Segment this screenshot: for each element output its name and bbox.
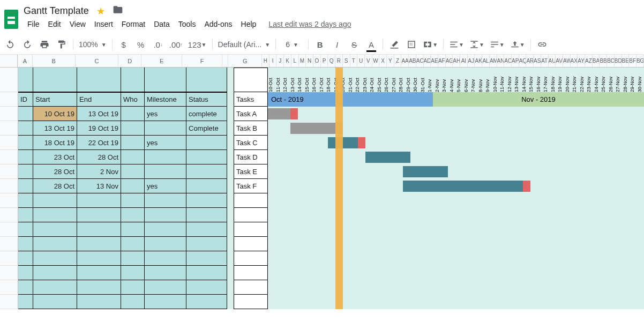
cell-who[interactable] <box>121 121 145 136</box>
cell-empty[interactable] <box>186 193 227 208</box>
col-header-AB[interactable]: AB <box>409 55 416 67</box>
cell-empty[interactable] <box>234 222 268 237</box>
row-header[interactable] <box>0 280 18 295</box>
col-header-BE[interactable]: BE <box>622 55 630 67</box>
col-header-BG[interactable]: BG <box>636 55 644 67</box>
col-header-AY[interactable]: AY <box>578 55 585 67</box>
decrease-decimal-button[interactable]: .0↓ <box>152 38 164 51</box>
col-header-W[interactable]: W <box>372 55 380 67</box>
cell-milestone[interactable] <box>145 150 186 164</box>
increase-decimal-button[interactable]: .00↑ <box>169 38 183 51</box>
row-header[interactable] <box>0 222 18 237</box>
col-header-G[interactable]: G <box>228 55 262 67</box>
cell-empty[interactable] <box>121 251 145 266</box>
row-header[interactable] <box>0 121 18 136</box>
cell-empty[interactable] <box>18 193 33 208</box>
cell-empty[interactable] <box>18 222 33 237</box>
col-header-U[interactable]: U <box>357 55 365 67</box>
borders-button[interactable] <box>406 38 417 51</box>
currency-button[interactable]: $ <box>118 38 130 51</box>
cell-milestone[interactable]: yes <box>145 179 186 193</box>
col-header-N[interactable]: N <box>306 55 313 67</box>
col-header-J[interactable]: J <box>276 55 284 67</box>
paint-format-button[interactable] <box>56 38 68 51</box>
cell-start[interactable]: 28 Oct <box>33 179 77 193</box>
more-formats-button[interactable]: 123▼ <box>188 38 207 51</box>
col-header-AS[interactable]: AS <box>534 55 541 67</box>
cell-empty[interactable] <box>18 251 33 266</box>
star-icon[interactable]: ★ <box>96 5 105 17</box>
gantt-bar[interactable] <box>403 166 448 177</box>
col-header-K[interactable]: K <box>284 55 291 67</box>
rotate-button[interactable]: ▼ <box>510 38 525 51</box>
text-color-button[interactable]: A <box>365 38 377 51</box>
col-header-L[interactable]: L <box>291 55 299 67</box>
cell-empty[interactable] <box>145 251 186 266</box>
cell-status[interactable] <box>186 150 227 164</box>
cell-start[interactable]: 13 Oct 19 <box>33 121 77 136</box>
cell[interactable] <box>121 68 145 92</box>
cell-end[interactable]: 13 Oct 19 <box>77 107 121 121</box>
cell-empty[interactable] <box>121 222 145 237</box>
cell-empty[interactable] <box>33 222 77 237</box>
col-header-S[interactable]: S <box>343 55 350 67</box>
cell-empty[interactable] <box>18 208 33 222</box>
cell-empty[interactable] <box>33 280 77 295</box>
col-header-BA[interactable]: BA <box>593 55 600 67</box>
strike-button[interactable]: S <box>348 38 360 51</box>
cell-empty[interactable] <box>121 280 145 295</box>
col-header-AI[interactable]: AI <box>460 55 468 67</box>
cell-who[interactable] <box>121 164 145 179</box>
merge-button[interactable]: ▼ <box>423 38 438 51</box>
cell-who[interactable] <box>121 150 145 164</box>
cell-end[interactable]: 19 Oct 19 <box>77 121 121 136</box>
row-header[interactable] <box>0 136 18 150</box>
menu-data[interactable]: Data <box>150 18 174 31</box>
col-header-BB[interactable]: BB <box>600 55 607 67</box>
col-header-AW[interactable]: AW <box>563 55 571 67</box>
col-header-P[interactable]: P <box>321 55 328 67</box>
last-edit-link[interactable]: Last edit was 2 days ago <box>268 20 351 28</box>
milestone-marker[interactable] <box>358 137 365 148</box>
col-header-A[interactable]: A <box>18 55 32 67</box>
menu-add-ons[interactable]: Add-ons <box>200 18 236 31</box>
cell-empty[interactable] <box>77 295 121 309</box>
col-header-Q[interactable]: Q <box>328 55 335 67</box>
col-header-T[interactable]: T <box>350 55 358 67</box>
cell-id[interactable] <box>18 164 33 179</box>
gantt-bar[interactable] <box>403 181 530 192</box>
wrap-button[interactable]: ▼ <box>490 38 505 51</box>
col-header-V[interactable]: V <box>365 55 372 67</box>
cell-start[interactable]: 18 Oct 19 <box>33 136 77 150</box>
col-header-F[interactable]: F <box>182 55 222 67</box>
cell[interactable] <box>186 68 227 92</box>
col-header-O[interactable]: O <box>313 55 321 67</box>
cell-empty[interactable] <box>33 208 77 222</box>
print-button[interactable] <box>39 38 50 51</box>
row-header[interactable] <box>0 164 18 179</box>
cell-empty[interactable] <box>33 193 77 208</box>
col-header-AE[interactable]: AE <box>431 55 438 67</box>
col-header-H[interactable]: H <box>262 55 269 67</box>
cell-id[interactable] <box>18 150 33 164</box>
cell-empty[interactable] <box>121 193 145 208</box>
cell-status[interactable] <box>186 179 227 193</box>
cell-empty[interactable] <box>33 295 77 309</box>
col-header-AF[interactable]: AF <box>438 55 446 67</box>
cell-empty[interactable] <box>121 266 145 280</box>
row-header[interactable] <box>0 266 18 280</box>
cell-empty[interactable] <box>145 237 186 251</box>
col-header-AJ[interactable]: AJ <box>468 55 475 67</box>
cell-empty[interactable] <box>234 251 268 266</box>
cell-empty[interactable] <box>234 208 268 222</box>
cell-start[interactable]: 28 Oct <box>33 164 77 179</box>
menu-view[interactable]: View <box>66 18 89 31</box>
sheets-logo-icon[interactable] <box>4 10 18 29</box>
col-header-AT[interactable]: AT <box>541 55 549 67</box>
cell-empty[interactable] <box>145 222 186 237</box>
row-header[interactable] <box>0 150 18 164</box>
cell-start[interactable]: 10 Oct 19 <box>33 107 77 121</box>
row-header[interactable] <box>0 92 18 107</box>
cell-empty[interactable] <box>145 266 186 280</box>
fill-color-button[interactable] <box>388 38 400 51</box>
